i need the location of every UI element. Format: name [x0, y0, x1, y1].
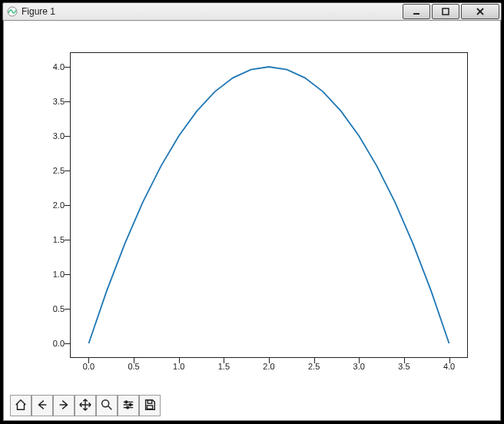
- x-tick-label: 3.5: [393, 362, 416, 371]
- forward-button[interactable]: [53, 395, 75, 416]
- x-tick-label: 4.0: [438, 362, 461, 371]
- svg-point-8: [127, 406, 129, 409]
- figure-content: 0.00.51.01.52.02.53.03.54.00.00.51.01.52…: [3, 20, 501, 421]
- y-tick: [65, 136, 71, 137]
- y-tick: [65, 205, 71, 207]
- x-tick-label: 0.0: [77, 362, 100, 371]
- minimize-button[interactable]: [403, 4, 430, 19]
- x-tick-label: 2.0: [257, 362, 280, 371]
- svg-point-6: [125, 400, 128, 402]
- home-icon: [14, 398, 28, 414]
- y-tick: [65, 240, 71, 241]
- svg-point-5: [102, 399, 109, 406]
- home-button[interactable]: [10, 395, 32, 416]
- save-button[interactable]: [139, 395, 161, 416]
- y-tick-label: 1.5: [41, 235, 65, 244]
- arrow-left-icon: [35, 398, 49, 414]
- x-tick-label: 3.0: [347, 362, 370, 371]
- y-tick-label: 3.0: [41, 131, 65, 141]
- y-tick: [65, 343, 71, 345]
- y-tick-label: 0.0: [41, 339, 65, 348]
- window-title: Figure 1: [22, 6, 55, 17]
- series-line: [89, 67, 449, 343]
- close-button[interactable]: [461, 4, 499, 19]
- titlebar[interactable]: Figure 1: [2, 2, 502, 21]
- configure-button[interactable]: [118, 395, 139, 416]
- nav-toolbar: [10, 394, 494, 417]
- x-tick-label: 2.5: [303, 362, 326, 371]
- figure-window: Figure 1 0.00.51.01.52.02.53.03.54.00.00…: [0, 0, 504, 424]
- svg-point-7: [129, 403, 131, 406]
- y-tick-label: 0.5: [41, 304, 65, 313]
- arrow-right-icon: [57, 398, 71, 414]
- y-tick-label: 2.0: [41, 200, 65, 210]
- x-tick-label: 1.0: [167, 362, 191, 371]
- maximize-button[interactable]: [432, 4, 459, 19]
- svg-rect-10: [147, 405, 152, 409]
- zoom-icon: [100, 398, 114, 414]
- pan-button[interactable]: [75, 395, 96, 416]
- sliders-icon: [121, 398, 135, 414]
- svg-rect-9: [148, 399, 151, 403]
- line-plot: [71, 53, 467, 357]
- x-tick-label: 0.5: [122, 362, 145, 371]
- zoom-button[interactable]: [96, 395, 118, 416]
- y-tick: [65, 101, 71, 103]
- y-tick-label: 1.0: [41, 270, 65, 279]
- back-button[interactable]: [32, 395, 53, 416]
- y-tick: [65, 67, 71, 68]
- y-tick-label: 3.5: [41, 97, 65, 106]
- y-tick: [65, 274, 71, 276]
- y-tick-label: 4.0: [41, 62, 65, 71]
- svg-rect-2: [443, 8, 449, 15]
- save-icon: [143, 398, 157, 414]
- x-tick-label: 1.5: [212, 362, 235, 371]
- plot-canvas: 0.00.51.01.52.02.53.03.54.00.00.51.01.52…: [10, 27, 494, 388]
- y-tick: [65, 171, 71, 172]
- axes[interactable]: 0.00.51.01.52.02.53.03.54.00.00.51.01.52…: [70, 52, 468, 358]
- app-icon: [6, 5, 18, 18]
- y-tick-label: 2.5: [41, 166, 65, 175]
- move-icon: [78, 398, 92, 414]
- y-tick: [65, 309, 71, 310]
